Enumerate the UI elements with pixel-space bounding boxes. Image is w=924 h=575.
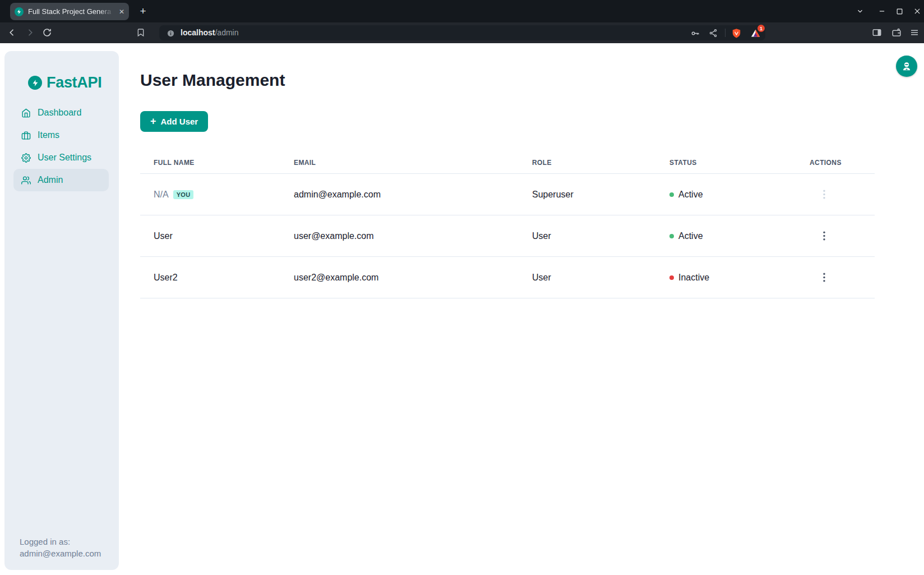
user-menu-button[interactable] — [896, 56, 917, 77]
cell-full-name: User — [140, 231, 280, 241]
reload-icon[interactable] — [41, 27, 53, 38]
window-minimize-button[interactable] — [877, 7, 886, 16]
url-path: /admin — [215, 28, 238, 37]
row-actions-kebab-icon[interactable] — [817, 270, 831, 286]
cell-full-name: N/A YOU — [140, 190, 280, 200]
password-key-icon[interactable] — [690, 27, 701, 39]
users-icon — [21, 176, 31, 185]
forward-icon[interactable] — [24, 27, 35, 38]
table-row: N/A YOU admin@example.com Superuser Acti… — [140, 174, 875, 215]
header-actions: ACTIONS — [796, 159, 875, 167]
header-email: EMAIL — [280, 159, 519, 167]
page-content: FastAPI Dashboard Items User Settings — [0, 43, 924, 575]
window-close-button[interactable] — [913, 7, 922, 16]
cell-status: Active — [656, 190, 796, 200]
cell-status: Active — [656, 231, 796, 241]
gear-icon — [21, 153, 31, 163]
urlbar-divider — [725, 29, 726, 37]
table-header-row: FULL NAME EMAIL ROLE STATUS ACTIONS — [140, 151, 875, 174]
sidebar-item-label: Items — [38, 130, 59, 140]
window-maximize-button[interactable] — [895, 7, 904, 16]
sidebar-nav: Dashboard Items User Settings Admin — [13, 102, 109, 191]
users-table: FULL NAME EMAIL ROLE STATUS ACTIONS N/A … — [140, 151, 875, 298]
cell-role: User — [519, 231, 656, 241]
row-actions-kebab-icon[interactable] — [817, 228, 831, 244]
cell-email: user@example.com — [280, 231, 519, 241]
table-row: User2 user2@example.com User Inactive — [140, 257, 875, 298]
sidebar-item-label: Admin — [38, 175, 63, 185]
full-name-value: N/A — [154, 190, 169, 200]
header-full-name: FULL NAME — [140, 159, 280, 167]
sidebar-item-dashboard[interactable]: Dashboard — [13, 102, 109, 124]
cell-full-name: User2 — [140, 273, 280, 283]
site-info-icon[interactable] — [165, 27, 176, 39]
tab-search-chevron-icon[interactable] — [856, 7, 865, 16]
cell-status: Inactive — [656, 273, 796, 283]
status-dot — [669, 275, 674, 280]
tab-title: Full Stack Project Genera — [28, 7, 116, 16]
cell-actions — [796, 187, 875, 203]
brave-rewards-bat-icon[interactable]: 1 — [750, 27, 761, 39]
cell-role: Superuser — [519, 190, 656, 200]
tab-close-icon[interactable]: ✕ — [119, 8, 124, 15]
sidebar-item-admin[interactable]: Admin — [13, 169, 109, 191]
logged-in-footer: Logged in as: admin@example.com — [20, 536, 101, 559]
header-status: STATUS — [656, 159, 796, 167]
tab-strip: Full Stack Project Genera ✕ + — [0, 0, 924, 22]
page-title: User Management — [140, 69, 285, 91]
rewards-badge: 1 — [757, 25, 765, 32]
wallet-icon[interactable] — [891, 27, 902, 38]
status-dot — [669, 234, 674, 238]
sidebar-item-label: User Settings — [38, 153, 91, 163]
new-tab-button[interactable]: + — [136, 4, 150, 18]
back-icon[interactable] — [7, 27, 18, 38]
sidebar-item-items[interactable]: Items — [13, 124, 109, 146]
sidebar-item-user-settings[interactable]: User Settings — [13, 146, 109, 169]
logged-in-label: Logged in as: — [20, 536, 101, 548]
tab-favicon-bolt-icon — [15, 7, 24, 16]
address-bar[interactable]: localhost/admin 1 — [159, 25, 765, 40]
sidebar-panel-icon[interactable] — [871, 27, 883, 38]
status-value: Active — [678, 231, 703, 241]
sidebar: FastAPI Dashboard Items User Settings — [4, 51, 119, 570]
browser-tab[interactable]: Full Stack Project Genera ✕ — [10, 3, 129, 20]
add-user-label: Add User — [161, 117, 198, 126]
status-value: Inactive — [678, 273, 709, 283]
menu-hamburger-icon[interactable] — [909, 27, 920, 38]
sidebar-item-label: Dashboard — [38, 108, 81, 118]
status-value: Active — [678, 190, 703, 200]
header-role: ROLE — [519, 159, 656, 167]
you-badge: YOU — [173, 190, 194, 199]
bookmark-icon[interactable] — [135, 27, 146, 38]
cell-actions — [796, 270, 875, 286]
cell-email: user2@example.com — [280, 273, 519, 283]
logged-in-email: admin@example.com — [20, 548, 101, 559]
status-dot — [669, 192, 674, 197]
home-icon — [21, 108, 31, 118]
bolt-icon — [28, 76, 42, 90]
briefcase-icon — [21, 131, 31, 140]
brave-shield-icon[interactable] — [731, 27, 742, 39]
table-row: User user@example.com User Active — [140, 215, 875, 257]
browser-toolbar: localhost/admin 1 — [0, 22, 924, 43]
brand-text: FastAPI — [47, 74, 101, 91]
fastapi-logo[interactable]: FastAPI — [28, 74, 101, 91]
cell-email: admin@example.com — [280, 190, 519, 200]
url-text: localhost/admin — [181, 28, 239, 37]
share-icon[interactable] — [708, 27, 719, 39]
add-user-button[interactable]: + Add User — [140, 111, 208, 132]
plus-icon: + — [150, 116, 156, 126]
cell-actions — [796, 228, 875, 244]
user-astronaut-icon — [901, 61, 912, 72]
url-host: localhost — [181, 28, 215, 37]
row-actions-kebab-icon — [817, 187, 831, 203]
cell-role: User — [519, 273, 656, 283]
